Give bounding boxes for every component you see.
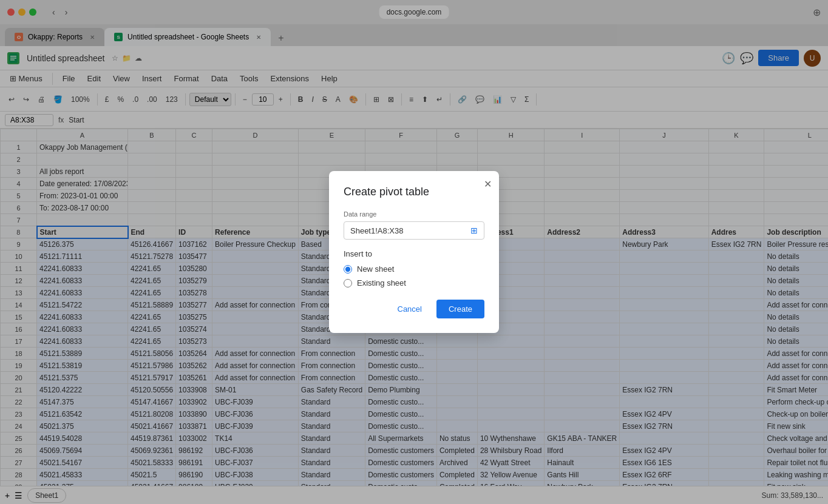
new-sheet-label: New sheet xyxy=(357,264,394,274)
modal-overlay[interactable]: Create pivot table ✕ Data range Sheet1!A… xyxy=(0,0,828,504)
data-range-value: Sheet1!A8:X38 xyxy=(350,226,403,235)
modal-buttons: Cancel Create xyxy=(344,300,484,318)
cancel-button[interactable]: Cancel xyxy=(388,300,432,318)
existing-sheet-radio[interactable] xyxy=(344,279,352,287)
data-range-label: Data range xyxy=(344,210,484,218)
data-range-icon[interactable]: ⊞ xyxy=(470,226,478,235)
data-range-box[interactable]: Sheet1!A8:X38 ⊞ xyxy=(344,221,484,240)
insert-to-label: Insert to xyxy=(344,249,484,258)
existing-sheet-label: Existing sheet xyxy=(357,278,406,287)
create-button[interactable]: Create xyxy=(436,300,484,318)
new-sheet-option[interactable]: New sheet xyxy=(344,264,484,274)
create-pivot-table-modal: Create pivot table ✕ Data range Sheet1!A… xyxy=(329,171,499,333)
existing-sheet-option[interactable]: Existing sheet xyxy=(344,278,484,287)
modal-title: Create pivot table xyxy=(344,186,484,198)
modal-close-button[interactable]: ✕ xyxy=(484,178,492,190)
new-sheet-radio[interactable] xyxy=(344,265,352,274)
